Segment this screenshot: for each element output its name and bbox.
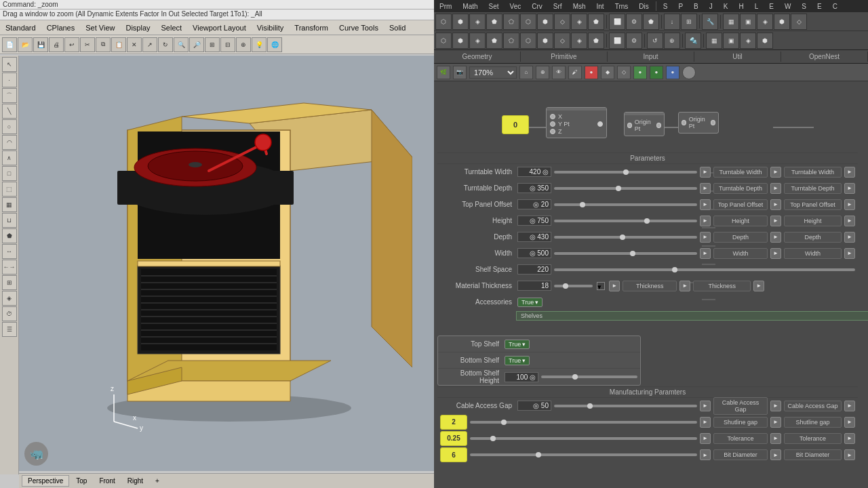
tb-new[interactable]: 📄: [2, 37, 17, 52]
param-depth-thumb[interactable]: [620, 235, 625, 240]
tool-extrude[interactable]: ▦: [2, 197, 17, 212]
param-depth-conn2[interactable]: ►: [770, 232, 781, 243]
accessories-toggle[interactable]: True ▾: [517, 298, 542, 307]
param-width-slider[interactable]: [554, 252, 697, 255]
param-bottom-shelf-height-value[interactable]: 100 ◎: [505, 372, 538, 382]
param-top-panel-offset-conn3[interactable]: ►: [844, 199, 855, 210]
param-shutline-conn3[interactable]: ►: [844, 417, 855, 428]
gh-menu-c[interactable]: C: [827, 2, 843, 11]
gh-zoom-select[interactable]: 170% 100% 150% 200%: [469, 66, 517, 79]
tb-render[interactable]: 🌐: [267, 37, 282, 52]
gh-btn-r2-11[interactable]: ⬜: [609, 33, 625, 49]
3d-viewport[interactable]: OP MAIN z y x 🦏: [19, 56, 434, 471]
param-turntable-depth-conn3[interactable]: ►: [844, 183, 855, 194]
param-shelf-space-value[interactable]: 220: [517, 264, 551, 274]
param-bit-diameter-thumb[interactable]: [536, 452, 541, 458]
tool-transform[interactable]: ↔: [2, 244, 17, 259]
gh-view-btn2[interactable]: 📷: [453, 66, 467, 79]
param-shutline-out1[interactable]: Shutline gap: [713, 417, 768, 428]
gh-menu-e2[interactable]: E: [812, 2, 827, 11]
gh-btn-geom5[interactable]: ⬠: [503, 14, 519, 30]
tb-save[interactable]: 💾: [33, 37, 48, 52]
tool-arc[interactable]: ◠: [2, 135, 17, 150]
param-height-conn[interactable]: ►: [700, 216, 711, 226]
gh-origin-pt-node2[interactable]: Origin Pt: [678, 112, 719, 134]
tool-mesh[interactable]: ⬟: [2, 228, 17, 243]
param-turntable-width-value[interactable]: 420 ◎: [517, 167, 551, 177]
param-shelf-space-slider[interactable]: [554, 268, 855, 271]
tool-boolean[interactable]: ⊔: [2, 213, 17, 228]
param-turntable-depth-conn[interactable]: ►: [700, 183, 711, 194]
tool-select-arrow[interactable]: ↖: [2, 57, 17, 72]
gh-menu-l[interactable]: L: [749, 2, 764, 11]
gh-btn-in2[interactable]: ⊞: [681, 14, 697, 30]
bottom-shelf-toggle[interactable]: True ▾: [505, 356, 530, 365]
param-turntable-width-conn2[interactable]: ►: [770, 167, 781, 178]
gh-btn-opn2[interactable]: ▣: [740, 14, 756, 30]
param-bit-diameter-out1[interactable]: Bit Diameter: [713, 449, 768, 460]
param-depth-value[interactable]: ◎ 430: [517, 232, 551, 242]
param-tolerance-slider[interactable]: [470, 437, 697, 440]
gh-btn-geom2[interactable]: ⬢: [452, 14, 469, 30]
tab-plus[interactable]: +: [150, 476, 165, 486]
gh-btn-opn1[interactable]: ▦: [723, 14, 739, 30]
param-cable-gap-conn2[interactable]: ►: [770, 401, 781, 411]
tool-surface[interactable]: ⬚: [2, 182, 17, 197]
param-height-thumb[interactable]: [644, 218, 650, 224]
gh-number-shutline[interactable]: 2: [440, 415, 467, 430]
param-shutline-slider[interactable]: [470, 421, 697, 424]
tb-cut[interactable]: ✂: [80, 37, 95, 52]
menu-standard[interactable]: Standard: [0, 22, 41, 33]
param-top-panel-offset-value[interactable]: ◎ 20: [517, 199, 551, 209]
gh-btn-geom4[interactable]: ⬟: [486, 14, 502, 30]
param-cable-gap-value[interactable]: ◎ 50: [517, 401, 551, 411]
tool-rectangle[interactable]: □: [2, 166, 17, 181]
gh-menu-k[interactable]: K: [718, 2, 734, 11]
gh-origin-pt-node1[interactable]: Origin Pt: [624, 112, 665, 136]
gh-btn-r2-8[interactable]: ◇: [554, 33, 570, 49]
gh-btn-r2-19[interactable]: ⬢: [757, 33, 773, 49]
param-shelf-space-thumb[interactable]: [672, 267, 677, 272]
gh-btn-r2-4[interactable]: ⬟: [486, 33, 502, 49]
gh-btn-geom1[interactable]: ⬡: [435, 14, 452, 30]
gh-view-dot2[interactable]: ◆: [601, 66, 614, 79]
tb-rotate[interactable]: ↻: [158, 37, 173, 52]
tool-circle[interactable]: ○: [2, 119, 17, 134]
gh-menu-s2[interactable]: S: [796, 2, 812, 11]
param-depth-out1[interactable]: Depth: [713, 232, 768, 243]
param-tolerance-thumb[interactable]: [490, 436, 496, 441]
gh-menu-prm[interactable]: Prm: [434, 2, 457, 11]
menu-display[interactable]: Display: [120, 22, 155, 33]
gh-menu-set[interactable]: Set: [484, 2, 505, 11]
tab-top[interactable]: Top: [71, 476, 92, 486]
gh-number-tolerance[interactable]: 0.25: [440, 431, 467, 446]
tool-point[interactable]: ·: [2, 73, 17, 87]
param-shutline-conn2[interactable]: ►: [770, 417, 781, 428]
menu-visibility[interactable]: Visibility: [252, 22, 290, 33]
tb-open[interactable]: 📂: [18, 37, 33, 52]
gh-view-circle1[interactable]: [682, 66, 696, 79]
tb-zoom-in[interactable]: 🔍: [174, 37, 189, 52]
tool-layers[interactable]: ☰: [2, 322, 17, 337]
menu-transform[interactable]: Transform: [289, 22, 334, 33]
gh-btn-geom8[interactable]: ◇: [554, 14, 570, 30]
param-depth-conn3[interactable]: ►: [844, 232, 855, 243]
gh-menu-msh[interactable]: Msh: [568, 2, 591, 11]
gh-menu-s[interactable]: S: [658, 2, 673, 11]
gh-btn-r2-15[interactable]: 🔩: [685, 33, 701, 49]
param-thickness-out1[interactable]: Thickness: [623, 281, 677, 291]
gh-construct-pt-node[interactable]: X Y Pt Z: [546, 107, 607, 138]
menu-select[interactable]: Select: [156, 22, 188, 33]
gh-view-home[interactable]: ⌂: [519, 66, 533, 79]
gh-menu-p[interactable]: P: [673, 2, 688, 11]
param-width-value[interactable]: ◎ 500: [517, 248, 551, 258]
gh-btn-util1[interactable]: 🔧: [702, 14, 718, 30]
gh-btn-geom10[interactable]: ⬟: [588, 14, 604, 30]
gh-view-paint[interactable]: 🖌: [568, 66, 582, 79]
gh-number-bit-diameter[interactable]: 6: [440, 447, 467, 462]
gh-btn-geom7[interactable]: ⬢: [537, 14, 553, 30]
param-height-conn2[interactable]: ►: [770, 216, 781, 226]
tb-paste[interactable]: 📋: [111, 37, 126, 52]
gh-btn-geom9[interactable]: ◈: [571, 14, 587, 30]
gh-view-dot3[interactable]: ◇: [617, 66, 631, 79]
